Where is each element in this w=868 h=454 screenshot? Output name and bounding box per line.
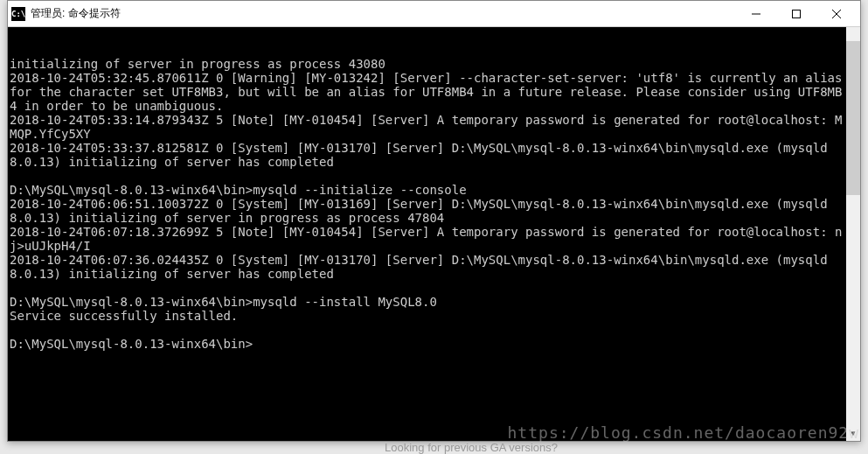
close-button[interactable] bbox=[816, 1, 857, 26]
maximize-button[interactable] bbox=[776, 1, 816, 26]
minimize-button[interactable] bbox=[736, 1, 776, 26]
maximize-icon bbox=[792, 10, 801, 18]
close-icon bbox=[832, 10, 841, 18]
cmd-icon: C:\ bbox=[11, 7, 25, 21]
titlebar[interactable]: C:\ 管理员: 命令提示符 bbox=[8, 1, 860, 27]
scrollbar-track[interactable] bbox=[846, 41, 860, 427]
scroll-down-arrow[interactable]: ▼ bbox=[846, 427, 860, 441]
minimize-icon bbox=[752, 10, 760, 18]
svg-rect-1 bbox=[793, 10, 801, 17]
scrollbar[interactable]: ▲ ▼ bbox=[846, 27, 860, 441]
window-controls bbox=[736, 1, 857, 26]
console-output[interactable]: initializing of server in progress as pr… bbox=[8, 27, 860, 441]
scrollbar-thumb[interactable] bbox=[846, 41, 860, 195]
window-title: 管理员: 命令提示符 bbox=[31, 6, 736, 21]
cmd-window: C:\ 管理员: 命令提示符 initializing of server in… bbox=[7, 0, 861, 442]
background-page-text: Looking for previous GA versions? bbox=[385, 441, 558, 454]
